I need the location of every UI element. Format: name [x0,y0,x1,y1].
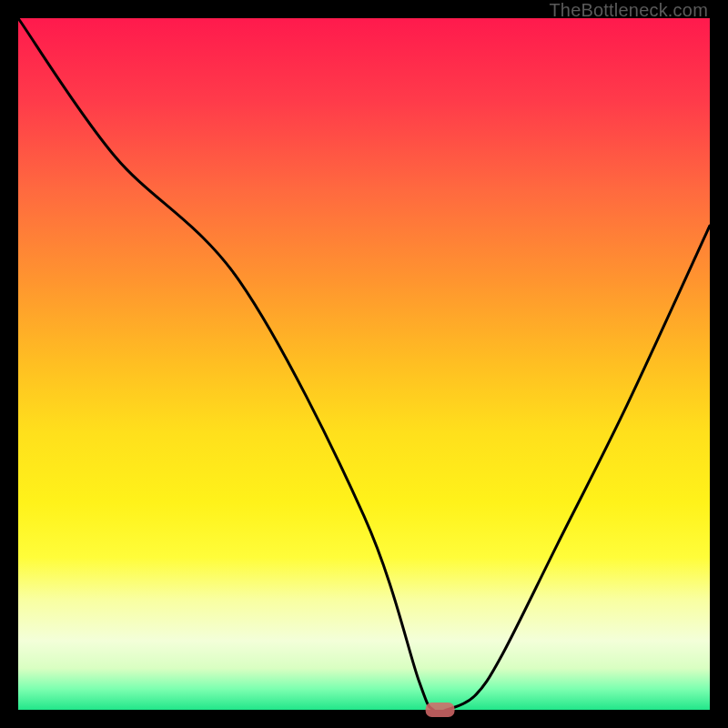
watermark-text: TheBottleneck.com [549,0,708,21]
plot-area [18,18,710,710]
plot-svg [18,18,710,710]
chart-frame: TheBottleneck.com [0,0,728,728]
bottleneck-curve [18,18,710,713]
optimal-marker [427,703,454,716]
